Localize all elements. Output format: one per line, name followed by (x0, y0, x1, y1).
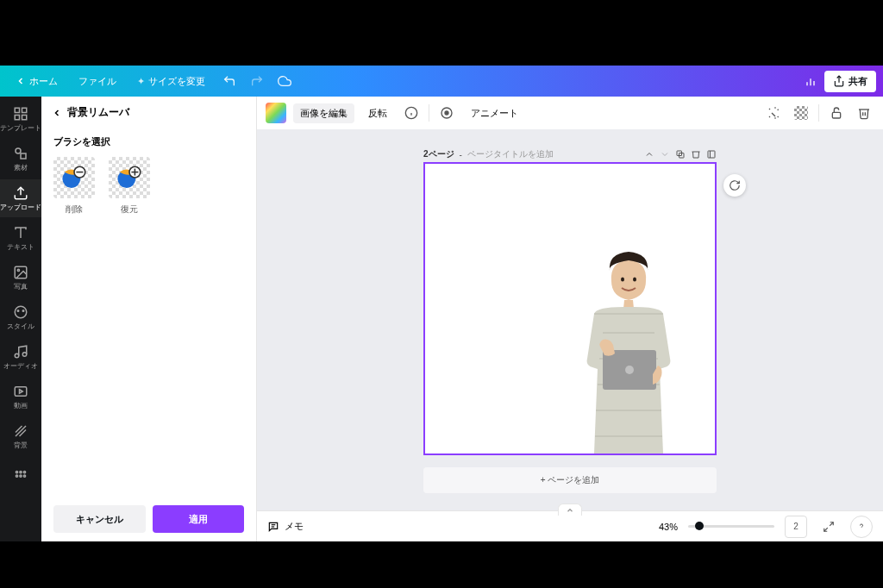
context-toolbar: 画像を編集 反転 アニメート (257, 97, 883, 129)
redo-button[interactable] (245, 69, 269, 93)
svg-point-25 (20, 471, 22, 472)
video-icon (13, 384, 28, 399)
effects-button[interactable] (763, 103, 784, 123)
insights-button[interactable] (797, 67, 824, 95)
svg-point-29 (23, 475, 25, 477)
main-window: ホーム ファイル ✦ サイズを変更 (0, 66, 883, 541)
notes-button[interactable]: メモ (267, 520, 304, 533)
delete-button[interactable] (854, 103, 874, 123)
chevron-down-icon[interactable] (660, 149, 670, 160)
svg-marker-20 (20, 389, 23, 393)
rail-photos[interactable]: 写真 (0, 259, 41, 297)
color-picker[interactable] (266, 103, 286, 123)
cloud-icon (278, 74, 291, 88)
resize-menu[interactable]: ✦ サイズを変更 (128, 72, 214, 91)
apply-button[interactable]: 適用 (153, 505, 245, 533)
svg-point-16 (22, 310, 24, 311)
cloud-status[interactable] (272, 69, 297, 93)
expand-icon[interactable] (706, 149, 717, 160)
app-root: ホーム ファイル ✦ サイズを変更 (0, 0, 883, 588)
svg-point-27 (16, 475, 17, 477)
zoom-knob[interactable] (695, 522, 704, 530)
trash-icon[interactable] (691, 149, 701, 160)
flip-button[interactable]: 反転 (361, 103, 394, 123)
svg-rect-4 (15, 108, 19, 112)
svg-point-49 (633, 278, 636, 282)
chevron-up-icon[interactable] (644, 149, 654, 160)
template-icon (13, 106, 28, 122)
text-icon (13, 225, 28, 241)
brush-section-title: ブラシを選択 (53, 135, 244, 148)
canvas-viewport[interactable]: 2ページ - ページタイトルを追加 (257, 129, 883, 510)
undo-button[interactable] (217, 69, 241, 93)
restore-brush[interactable]: 復元 (109, 157, 150, 216)
rail-background[interactable]: 背景 (0, 417, 41, 455)
redo-icon (250, 74, 264, 88)
brush-options: 削除 復元 (53, 157, 244, 216)
upload-icon (13, 185, 28, 201)
panel-back[interactable]: 背景リムーバ (41, 97, 256, 128)
svg-point-15 (17, 310, 19, 311)
grid-icon (13, 468, 28, 484)
help-button[interactable] (850, 516, 873, 538)
lock-icon (830, 106, 843, 120)
share-button[interactable]: 共有 (824, 71, 876, 92)
file-menu[interactable]: ファイル (70, 72, 125, 91)
zoom-slider[interactable] (688, 525, 774, 528)
svg-point-13 (17, 269, 19, 271)
cancel-button[interactable]: キャンセル (53, 505, 146, 533)
trash-icon (857, 106, 871, 120)
restore-thumb (109, 157, 150, 198)
lock-button[interactable] (826, 103, 847, 123)
page-wrap (423, 162, 717, 455)
edit-image-button[interactable]: 画像を編集 (293, 103, 354, 123)
rail-uploads[interactable]: アップロード (0, 179, 41, 217)
chart-icon (804, 74, 817, 88)
erase-thumb (53, 157, 95, 198)
elements-icon (13, 146, 28, 161)
svg-point-8 (16, 148, 21, 153)
add-page-button[interactable]: + ページを追加 (423, 467, 717, 493)
restore-brush-icon (116, 164, 143, 191)
rail-styles[interactable]: スタイル (0, 298, 41, 336)
svg-rect-19 (15, 386, 27, 396)
info-icon (404, 106, 418, 120)
fullscreen-button[interactable] (817, 516, 840, 538)
person-image[interactable] (560, 247, 698, 454)
share-icon (833, 75, 845, 87)
chevron-left-icon (16, 76, 26, 86)
rail-audio[interactable]: オーディオ (0, 338, 41, 376)
page-title-input[interactable]: ページタイトルを追加 (467, 148, 554, 160)
erase-brush[interactable]: 削除 (53, 157, 95, 216)
svg-line-52 (830, 522, 833, 525)
rail-text[interactable]: テキスト (0, 219, 41, 257)
svg-rect-9 (21, 153, 26, 159)
animate-icon-button[interactable] (436, 103, 457, 123)
undo-icon (222, 74, 236, 88)
canvas-area: 画像を編集 反転 アニメート (257, 97, 883, 541)
svg-point-14 (15, 306, 27, 318)
rail-more[interactable] (0, 457, 41, 495)
svg-rect-42 (832, 112, 840, 118)
info-button[interactable] (401, 103, 422, 123)
zoom-label: 43% (659, 522, 678, 532)
help-icon (856, 522, 867, 532)
design-page[interactable] (423, 162, 717, 455)
body: テンプレート 素材 アップロード テキスト 写真 (0, 97, 883, 541)
page-count-button[interactable]: 2 (785, 516, 807, 538)
rail-elements[interactable]: 素材 (0, 140, 41, 178)
animate-button[interactable]: アニメート (464, 103, 525, 123)
timeline-notch[interactable] (558, 504, 582, 516)
rotate-handle[interactable] (723, 174, 746, 197)
duplicate-icon[interactable] (675, 149, 686, 160)
transparency-button[interactable] (791, 103, 811, 123)
rail-video[interactable]: 動画 (0, 378, 41, 416)
wand-icon (767, 106, 780, 120)
fullscreen-icon (823, 521, 835, 533)
chevron-left-icon (52, 108, 62, 118)
svg-rect-6 (15, 115, 19, 119)
svg-point-18 (22, 352, 27, 356)
notes-icon (267, 521, 279, 533)
rail-templates[interactable]: テンプレート (0, 100, 41, 138)
home-button[interactable]: ホーム (7, 72, 66, 91)
